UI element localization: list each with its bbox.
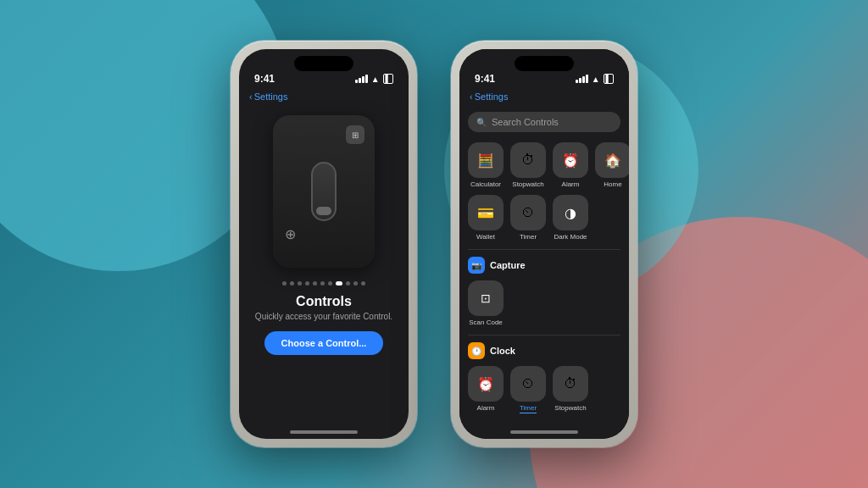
control-dark-mode[interactable]: ◑ Dark Mode [553,195,588,241]
nav-bar-2: ‹ Settings [459,88,629,107]
status-icons-1: ▲ ▌ [355,74,393,84]
clock-stopwatch[interactable]: ⏱ Stopwatch [553,366,588,413]
timer-label: Timer [520,233,537,241]
camera-icon: 📷 [471,261,481,270]
choose-control-button[interactable]: Choose a Control... [264,331,384,355]
clock-alarm-icon: ⏰ [468,366,504,402]
alarm-icon: ⏰ [553,142,588,178]
time-1: 9:41 [254,73,275,85]
alarm-label: Alarm [562,180,580,188]
back-label-2: Settings [475,92,509,102]
clock-icon: 🕐 [471,347,481,356]
control-calculator[interactable]: 🧮 Calculator [468,142,504,188]
signal-icon-1 [355,75,368,83]
dynamic-island-2 [515,56,574,71]
calculator-label: Calculator [470,180,501,188]
status-icons-2: ▲ ▌ [576,74,614,84]
phone-2: 9:41 ▲ ▌ ‹ [451,41,637,447]
capture-label: Capture [490,260,526,270]
home-indicator-2 [510,430,578,434]
control-wallet[interactable]: 💳 Wallet [468,195,504,241]
clock-label: Clock [490,346,515,356]
control-stopwatch[interactable]: ⏱ Stopwatch [510,142,546,188]
zoom-icon: ⊕ [285,226,296,242]
phone-1-screen: 9:41 ▲ ▌ ‹ [239,49,409,439]
widget-pill [311,162,337,221]
divider-1 [468,249,620,250]
battery-icon-2: ▌ [604,74,614,84]
widget-icon-layers: ⊞ [346,125,364,144]
home-icon: 🏠 [595,142,629,178]
phone1-content: ⊞ ⊕ [239,107,409,439]
capture-section-header: 📷 Capture [459,253,629,277]
controls-subtitle: Quickly access your favorite Control. [255,312,392,321]
search-icon: 🔍 [476,118,487,127]
clock-stopwatch-label: Stopwatch [554,404,586,412]
clock-alarm-label: Alarm [477,404,495,412]
scan-code-icon: ⊡ [468,280,504,316]
pill-toggle [316,207,331,215]
controls-grid-row2: 💳 Wallet ⏲ Timer ◑ Dark Mode [459,190,629,246]
nav-bar-1: ‹ Settings [239,88,409,107]
timer-icon: ⏲ [510,195,546,230]
back-label-1: Settings [254,92,288,102]
wifi-icon-2: ▲ [592,75,600,84]
widget-icons: ⊞ [346,125,364,144]
dark-mode-icon: ◑ [553,195,588,230]
home-label: Home [604,180,621,188]
clock-alarm[interactable]: ⏰ Alarm [468,366,504,413]
back-button-2[interactable]: ‹ Settings [470,92,508,102]
wallet-icon: 💳 [468,195,504,230]
time-2: 9:41 [475,73,495,85]
battery-icon-1: ▌ [383,74,393,84]
stopwatch-icon: ⏱ [510,142,546,178]
back-button-1[interactable]: ‹ Settings [249,92,287,102]
clock-stopwatch-icon: ⏱ [553,366,588,402]
wifi-icon-1: ▲ [371,75,380,84]
signal-icon-2 [576,75,588,83]
control-alarm[interactable]: ⏰ Alarm [553,142,588,188]
scan-code-label: Scan Code [469,319,503,326]
control-home[interactable]: 🏠 Home [595,142,629,188]
clock-controls-grid: ⏰ Alarm ⏲ Timer ⏱ Stopwatch [459,361,629,419]
phone-1: 9:41 ▲ ▌ ‹ [231,41,417,447]
divider-2 [468,335,620,336]
back-chevron-1: ‹ [249,92,253,102]
control-timer[interactable]: ⏲ Timer [510,195,546,241]
page-indicators [282,281,365,286]
phones-container: 9:41 ▲ ▌ ‹ [0,0,868,488]
clock-section-header: 🕐 Clock [459,339,629,363]
search-placeholder: Search Controls [492,117,559,127]
phone-2-screen: 9:41 ▲ ▌ ‹ [459,49,629,439]
wallet-label: Wallet [476,233,495,241]
calculator-icon: 🧮 [468,142,504,178]
dynamic-island-1 [294,56,353,71]
clock-timer-label: Timer [520,404,537,413]
capture-section-icon: 📷 [468,257,485,274]
controls-grid-main: 🧮 Calculator ⏱ Stopwatch ⏰ Alarm 🏠 Home [459,137,629,193]
widget-preview: ⊞ ⊕ [273,115,375,268]
search-bar[interactable]: 🔍 Search Controls [468,112,620,132]
control-scan-code[interactable]: ⊡ Scan Code [468,280,504,326]
capture-controls-grid: ⊡ Scan Code [459,275,629,331]
clock-timer[interactable]: ⏲ Timer [510,366,546,413]
clock-section-icon: 🕐 [468,342,485,359]
clock-timer-icon: ⏲ [510,366,546,402]
controls-title: Controls [296,294,352,309]
back-chevron-2: ‹ [470,92,473,102]
stopwatch-label: Stopwatch [512,180,543,188]
dark-mode-label: Dark Mode [554,233,587,241]
home-indicator-1 [290,430,358,434]
